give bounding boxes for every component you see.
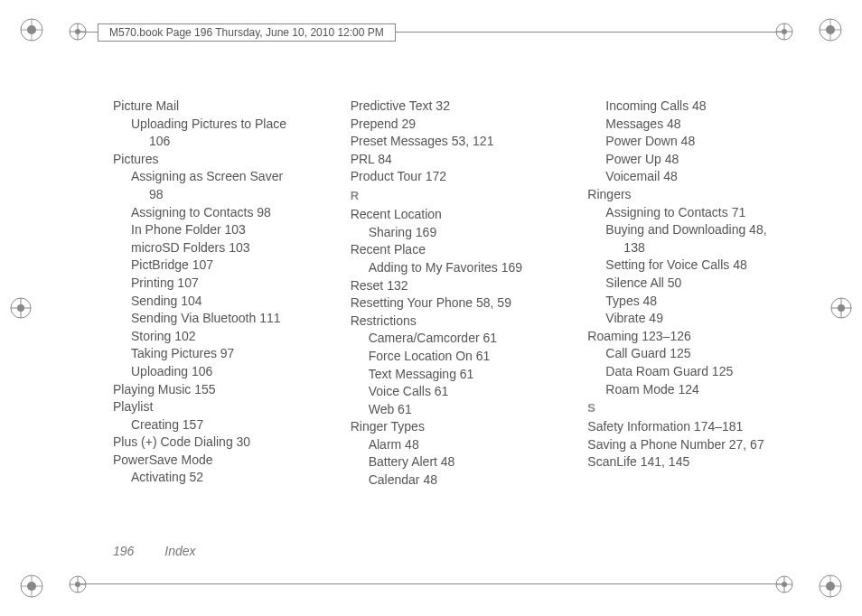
- svg-point-7: [826, 25, 835, 34]
- index-entry: Uploading Pictures to Place: [131, 116, 325, 134]
- svg-point-35: [75, 582, 80, 587]
- index-entry: Voice Calls 61: [369, 383, 563, 401]
- registration-mark-icon: [9, 296, 33, 320]
- index-entry: ScanLife 141, 145: [587, 453, 800, 471]
- index-entry: Recent Place: [351, 241, 563, 259]
- svg-point-3: [27, 25, 36, 34]
- rule-line: [78, 583, 784, 584]
- index-entry: 106: [149, 133, 325, 151]
- index-entry: Buying and Downloading 48,: [605, 221, 800, 239]
- svg-point-15: [826, 582, 835, 591]
- index-entry: Uploading 106: [131, 363, 325, 381]
- index-column-2: Predictive Text 32Prepend 29Preset Messa…: [351, 98, 563, 522]
- index-entry: Playing Music 155: [113, 381, 325, 399]
- index-entry: Creating 157: [131, 416, 325, 434]
- registration-mark-icon: [829, 296, 853, 320]
- page-number: 196: [113, 544, 134, 558]
- index-entry: Activating 52: [131, 469, 325, 487]
- index-entry: Playlist: [113, 398, 325, 416]
- index-entry: Types 48: [605, 293, 800, 311]
- index-entry: 138: [623, 239, 800, 257]
- index-entry: Plus (+) Code Dialing 30: [113, 434, 325, 452]
- index-entry: PictBridge 107: [131, 257, 325, 275]
- align-mark-icon: [68, 574, 88, 594]
- index-entry: Voicemail 48: [605, 168, 800, 186]
- index-entry: Calendar 48: [369, 471, 563, 490]
- index-entry: Sending 104: [131, 293, 325, 311]
- page-header: M570.book Page 196 Thursday, June 10, 20…: [98, 23, 396, 42]
- svg-point-19: [17, 304, 24, 312]
- index-entry: Assigning to Contacts 71: [605, 204, 800, 222]
- index-entry: Adding to My Favorites 169: [369, 259, 563, 277]
- section-title: Index: [164, 544, 195, 558]
- index-entry: Restrictions: [351, 313, 563, 331]
- index-entry: Call Guard 125: [605, 345, 800, 363]
- index-entry: Assigning to Contacts 98: [131, 204, 325, 222]
- index-entry: Data Roam Guard 125: [605, 363, 800, 381]
- index-entry: Storing 102: [131, 328, 325, 346]
- index-entry: Vibrate 49: [605, 310, 800, 328]
- index-entry: Incoming Calls 48: [605, 98, 800, 116]
- index-entry: Ringers: [587, 186, 800, 204]
- index-entry: PRL 84: [351, 151, 563, 169]
- index-entry: Printing 107: [131, 275, 325, 293]
- index-entry: Setting for Voice Calls 48: [605, 257, 800, 275]
- index-entry: Force Location On 61: [369, 348, 563, 366]
- index-entry: Power Down 48: [605, 133, 800, 151]
- crop-mark-icon: [817, 573, 844, 600]
- index-entry: In Phone Folder 103: [131, 221, 325, 239]
- index-entry: PowerSave Mode: [113, 452, 325, 470]
- index-column-1: Picture MailUploading Pictures to Place1…: [113, 98, 325, 522]
- svg-point-23: [838, 304, 845, 312]
- index-entry: Messages 48: [605, 116, 800, 134]
- svg-point-11: [27, 582, 36, 591]
- index-entry: 98: [149, 186, 325, 204]
- index-entry: Resetting Your Phone 58, 59: [351, 294, 563, 313]
- index-entry: Recent Location: [351, 206, 563, 224]
- index-entry: Preset Messages 53, 121: [351, 133, 563, 151]
- index-entry: Camera/Camcorder 61: [369, 330, 563, 348]
- index-entry: Saving a Phone Number 27, 67: [587, 436, 800, 454]
- index-entry: Roaming 123–126: [587, 328, 800, 346]
- index-entry: Assigning as Screen Saver: [131, 168, 325, 186]
- index-column-3: Incoming Calls 48Messages 48Power Down 4…: [587, 98, 800, 522]
- index-entry: Sending Via Bluetooth 111: [131, 310, 325, 328]
- index-entry: R: [351, 188, 563, 204]
- index-entry: Predictive Text 32: [351, 98, 563, 116]
- index-entry: Pictures: [113, 151, 325, 169]
- index-entry: Web 61: [369, 401, 563, 419]
- index-entry: Sharing 169: [369, 224, 563, 242]
- index-entry: Safety Information 174–181: [587, 418, 800, 436]
- index-entry: Alarm 48: [369, 436, 563, 454]
- index-entry: Silence All 50: [605, 275, 800, 293]
- index-entry: Battery Alert 48: [369, 453, 563, 471]
- index-entry: Roam Mode 124: [605, 381, 800, 399]
- index-entry: Taking Pictures 97: [131, 345, 325, 363]
- page-footer: 196 Index: [113, 544, 196, 558]
- crop-mark-icon: [18, 573, 45, 600]
- index-entry: Prepend 29: [351, 116, 563, 134]
- index-entry: Text Messaging 61: [369, 366, 563, 384]
- svg-point-39: [782, 582, 787, 587]
- crop-mark-icon: [18, 16, 45, 43]
- crop-mark-icon: [817, 16, 844, 43]
- index-entry: Product Tour 172: [351, 168, 563, 186]
- index-entry: Reset 132: [351, 277, 563, 295]
- align-mark-icon: [774, 574, 794, 594]
- index-entry: Ringer Types: [351, 418, 563, 436]
- index-entry: Power Up 48: [605, 151, 800, 169]
- index-entry: microSD Folders 103: [131, 239, 325, 257]
- index-body: Picture MailUploading Pictures to Place1…: [113, 98, 800, 522]
- index-entry: S: [587, 400, 800, 416]
- index-entry: Picture Mail: [113, 98, 325, 116]
